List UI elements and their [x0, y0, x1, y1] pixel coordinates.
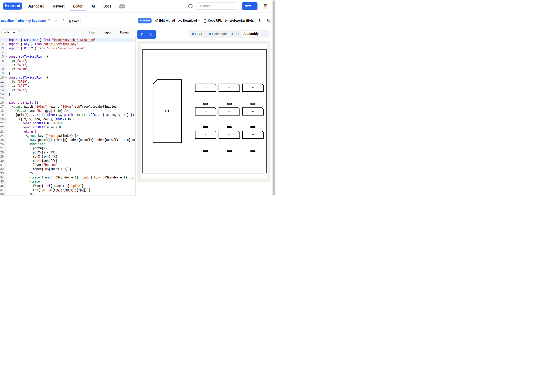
svg-text:K7: K7 — [205, 87, 207, 88]
svg-text:K5: K5 — [228, 111, 230, 112]
svg-text:K8: K8 — [228, 87, 230, 88]
svg-text:K3: K3 — [252, 134, 254, 135]
svg-text:K9: K9 — [252, 87, 254, 88]
svg-text:K6: K6 — [252, 111, 254, 112]
svg-text:K2: K2 — [228, 134, 230, 135]
svg-text:U1: U1 — [165, 109, 169, 113]
svg-text:K1: K1 — [205, 134, 207, 135]
svg-text:K4: K4 — [205, 111, 207, 112]
